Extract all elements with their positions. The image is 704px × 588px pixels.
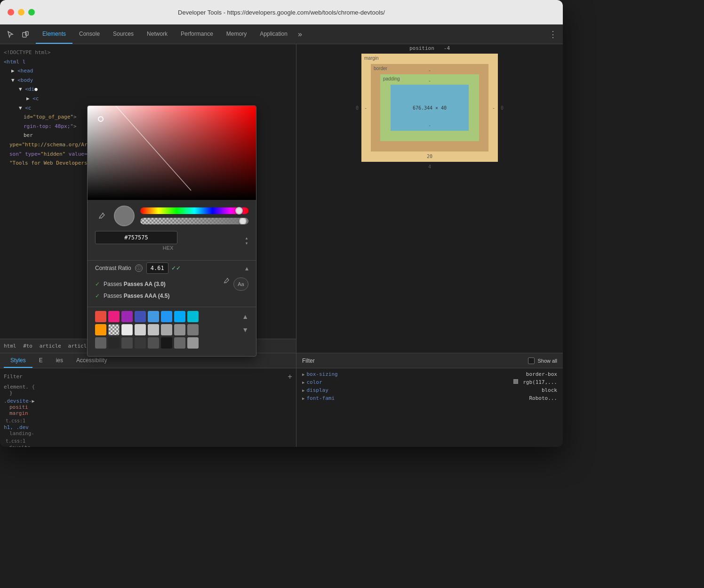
color-gradient[interactable]: [88, 106, 256, 200]
breadcrumb-item[interactable]: #to: [23, 343, 32, 349]
tab-dom-breakpoints[interactable]: ies: [49, 353, 70, 368]
color-swatch[interactable]: [121, 337, 133, 349]
tab-event-listeners[interactable]: E: [32, 353, 49, 368]
color-swatch[interactable]: [95, 337, 106, 349]
breadcrumb-item[interactable]: html: [4, 343, 16, 349]
contrast-value: 4.61: [146, 262, 168, 274]
devtools-tabbar: Elements Console Sources Network Perform…: [0, 24, 563, 44]
current-color-swatch: [114, 206, 135, 226]
computed-row[interactable]: ▶ display block: [302, 386, 557, 394]
color-swatch[interactable]: [95, 324, 106, 335]
toolbar-icons: [4, 24, 36, 44]
position-value: -4: [444, 45, 450, 51]
contrast-info-icon[interactable]: ⓘ: [135, 264, 143, 272]
expand-icon: ▶: [302, 388, 304, 393]
color-swatch[interactable]: [187, 324, 199, 335]
prop-name: box-sizing: [306, 371, 337, 377]
alpha-thumb[interactable]: [239, 218, 247, 224]
border-label: border: [374, 66, 387, 71]
color-swatch[interactable]: [148, 311, 159, 322]
contrast-expand-button[interactable]: ▴: [245, 264, 248, 272]
color-swatch[interactable]: [174, 311, 185, 322]
hex-input[interactable]: [95, 231, 177, 244]
color-swatch-transparent[interactable]: [108, 324, 120, 335]
color-swatch[interactable]: [187, 337, 199, 349]
hue-slider[interactable]: [140, 207, 248, 214]
hex-down-arrow[interactable]: ▼: [245, 241, 248, 246]
color-swatch[interactable]: [148, 337, 159, 349]
device-toolbar-icon[interactable]: [19, 28, 32, 41]
contrast-label: Contrast Ratio: [95, 265, 131, 271]
hex-up-arrow[interactable]: ▲: [245, 236, 248, 240]
color-swatch[interactable]: [108, 337, 120, 349]
show-all-checkbox[interactable]: [528, 358, 535, 364]
hex-input-group: HEX: [95, 231, 241, 251]
contrast-eyedropper[interactable]: [223, 278, 230, 291]
color-swatch[interactable]: [161, 337, 172, 349]
color-swatch[interactable]: [135, 311, 146, 322]
color-swatch[interactable]: [95, 311, 106, 322]
style-rule-selected: h1, .dev landing-: [4, 424, 292, 437]
computed-row[interactable]: ▶ color rgb(117,...: [302, 378, 557, 386]
color-swatch[interactable]: [135, 337, 146, 349]
show-all-label: Show all: [537, 358, 557, 364]
tab-application[interactable]: Application: [253, 24, 294, 44]
more-tabs-button[interactable]: »: [294, 24, 306, 44]
color-swatch[interactable]: [174, 324, 185, 335]
tab-memory[interactable]: Memory: [220, 24, 253, 44]
margin-bottom-value: 20: [427, 154, 432, 159]
prop-value: block: [542, 387, 557, 393]
expand-icon: ▶: [302, 380, 304, 385]
color-swatch[interactable]: [161, 311, 172, 322]
computed-row[interactable]: ▶ font-fami Roboto...: [302, 394, 557, 402]
border-top-value: -: [428, 68, 431, 73]
outer-bottom: 4: [428, 164, 431, 169]
maximize-button[interactable]: [28, 9, 35, 16]
color-swatch[interactable]: [148, 324, 159, 335]
tab-network[interactable]: Network: [140, 24, 174, 44]
color-picker[interactable]: HEX ▲ ▼ Contrast Ratio ⓘ 4.61 ✓✓: [87, 105, 256, 357]
margin-label: margin: [364, 56, 379, 61]
add-style-rule-button[interactable]: +: [288, 372, 292, 381]
aa-preview-button[interactable]: Aa: [233, 278, 248, 291]
computed-props-list: ▶ box-sizing border-box ▶ color rgb(117,…: [296, 368, 563, 404]
tab-console[interactable]: Console: [72, 24, 106, 44]
rule-prop: margin: [4, 410, 292, 416]
style-rule: element. { }: [4, 384, 292, 396]
dom-line: ▶ <head: [0, 66, 296, 76]
box-model-container: position -4 margin - - 20 - border: [302, 50, 557, 166]
minimize-button[interactable]: [18, 9, 24, 16]
computed-row[interactable]: ▶ box-sizing border-box: [302, 370, 557, 378]
svg-rect-0: [23, 32, 26, 37]
eyedropper-button[interactable]: [95, 209, 108, 222]
styles-pane: Filter + element. { } .devsite-▶ positi …: [0, 368, 296, 447]
rule-body: }: [4, 390, 292, 396]
color-swatch[interactable]: [161, 324, 172, 335]
devtools-menu-button[interactable]: ⋮: [543, 24, 563, 44]
expand-icon: ▶: [302, 396, 304, 401]
alpha-slider-container: [140, 218, 248, 224]
color-swatch[interactable]: [108, 311, 120, 322]
breadcrumb-item[interactable]: article: [40, 343, 61, 349]
contrast-header: Contrast Ratio ⓘ 4.61 ✓✓ ▴: [95, 262, 248, 274]
close-button[interactable]: [8, 9, 14, 16]
color-swatch[interactable]: [121, 324, 133, 335]
tab-sources[interactable]: Sources: [106, 24, 140, 44]
tab-elements[interactable]: Elements: [36, 24, 72, 44]
palette-scroll-down[interactable]: ▼: [242, 326, 248, 334]
passes-aa-row: ✓ Passes Passes AA (3.0) Aa: [95, 278, 248, 291]
padding-top-value: -: [428, 78, 431, 83]
rule-selector: .devsite-▶: [4, 398, 292, 404]
palette-scroll-up[interactable]: ▲: [242, 313, 248, 320]
color-swatch[interactable]: [135, 324, 146, 335]
color-swatch[interactable]: [174, 337, 185, 349]
color-swatch[interactable]: [121, 311, 133, 322]
hue-thumb[interactable]: [235, 207, 243, 215]
hex-arrows: ▲ ▼: [245, 236, 248, 246]
prop-name: display: [306, 387, 328, 393]
tab-performance[interactable]: Performance: [174, 24, 220, 44]
select-element-icon[interactable]: [4, 28, 17, 41]
color-swatch[interactable]: [187, 311, 199, 322]
tab-styles[interactable]: Styles: [4, 353, 32, 368]
color-cursor[interactable]: [98, 116, 104, 122]
